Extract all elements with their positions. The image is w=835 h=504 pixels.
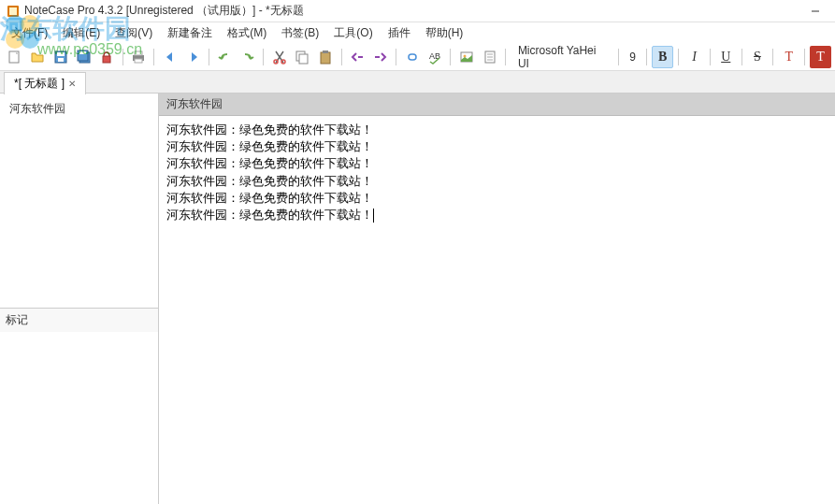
separator [618, 49, 619, 65]
undo-button[interactable] [214, 46, 236, 68]
note-line: 河东软件园：绿色免费的软件下载站！ [166, 138, 828, 155]
svg-rect-14 [103, 56, 110, 63]
menu-newnote[interactable]: 新建备注 [160, 23, 220, 43]
svg-rect-22 [321, 52, 330, 64]
italic-button[interactable]: I [684, 46, 705, 68]
main-panel: 河东软件园 河东软件园：绿色免费的软件下载站！ 河东软件园：绿色免费的软件下载站… [159, 94, 835, 504]
print-button[interactable] [128, 46, 150, 68]
svg-rect-16 [135, 51, 142, 55]
separator [263, 49, 264, 65]
link-button[interactable] [401, 46, 423, 68]
font-size-selector[interactable]: 9 [624, 49, 642, 65]
toolbar: AB Microsoft YaHei UI 9 B I U S T T [0, 43, 835, 71]
menubar: 文件(F) 编辑(E) 查阅(V) 新建备注 格式(M) 书签(B) 工具(O)… [0, 22, 835, 43]
note-line: 河东软件园：绿色免费的软件下载站！ [166, 190, 828, 207]
tabbar: *[ 无标题 ] ✕ [0, 71, 835, 94]
separator [450, 49, 451, 65]
note-title: 河东软件园 [159, 94, 835, 116]
sidebar: 河东软件园 标记 [0, 94, 159, 504]
window-title: NoteCase Pro 4.3.2 [Unregistered （试用版）] … [24, 3, 801, 19]
note-line: 河东软件园：绿色免费的软件下载站！ [166, 173, 828, 190]
save-button[interactable] [50, 46, 72, 68]
titlebar: NoteCase Pro 4.3.2 [Unregistered （试用版）] … [0, 0, 835, 22]
text-cursor [373, 209, 374, 223]
tab-label: *[ 无标题 ] [14, 76, 65, 92]
separator [122, 49, 123, 65]
attach-button[interactable] [479, 46, 500, 68]
strike-button[interactable]: S [747, 46, 769, 68]
separator [209, 49, 209, 65]
menu-edit[interactable]: 编辑(E) [55, 23, 108, 43]
tree-item[interactable]: 河东软件园 [6, 99, 152, 119]
content-area: 河东软件园 标记 河东软件园 河东软件园：绿色免费的软件下载站！ 河东软件园：绿… [0, 94, 835, 504]
separator [741, 49, 742, 65]
spellcheck-button[interactable]: AB [425, 46, 446, 68]
separator [341, 49, 342, 65]
note-line-last: 河东软件园：绿色免费的软件下载站！ [166, 207, 828, 223]
minimize-button[interactable] [801, 2, 829, 21]
highlight-button[interactable]: T [810, 46, 831, 68]
menu-view[interactable]: 查阅(V) [108, 23, 160, 43]
menu-plugins[interactable]: 插件 [381, 23, 418, 43]
svg-rect-9 [57, 52, 65, 56]
svg-rect-10 [58, 58, 64, 62]
menu-bookmark[interactable]: 书签(B) [274, 23, 326, 43]
note-line: 河东软件园：绿色免费的软件下载站！ [166, 122, 828, 138]
indent-button[interactable] [369, 46, 391, 68]
svg-rect-17 [135, 59, 142, 63]
tags-header: 标记 [0, 309, 158, 332]
font-name-selector[interactable]: Microsoft YaHei UI [511, 42, 613, 72]
document-tab[interactable]: *[ 无标题 ] ✕ [4, 72, 86, 94]
menu-help[interactable]: 帮助(H) [418, 23, 471, 43]
cut-button[interactable] [268, 46, 290, 68]
svg-rect-5 [9, 7, 17, 15]
forward-button[interactable] [182, 46, 204, 68]
underline-button[interactable]: U [715, 46, 737, 68]
separator [505, 49, 506, 65]
menu-tools[interactable]: 工具(O) [326, 23, 380, 43]
bold-button[interactable]: B [652, 46, 673, 68]
back-button[interactable] [159, 46, 180, 68]
tab-close-button[interactable]: ✕ [68, 79, 76, 89]
separator [396, 49, 396, 65]
note-line: 河东软件园：绿色免费的软件下载站！ [166, 155, 828, 172]
new-doc-button[interactable] [4, 46, 25, 68]
svg-rect-21 [299, 54, 308, 64]
separator [772, 49, 773, 65]
redo-button[interactable] [238, 46, 259, 68]
separator [710, 49, 711, 65]
note-editor[interactable]: 河东软件园：绿色免费的软件下载站！ 河东软件园：绿色免费的软件下载站！ 河东软件… [159, 116, 835, 504]
tags-panel: 标记 [0, 308, 158, 504]
outdent-button[interactable] [347, 46, 368, 68]
svg-rect-23 [323, 50, 328, 53]
paste-button[interactable] [315, 46, 337, 68]
separator [678, 49, 679, 65]
separator [646, 49, 647, 65]
lock-button[interactable] [96, 46, 118, 68]
svg-rect-13 [79, 51, 86, 54]
save-all-button[interactable] [73, 46, 94, 68]
tree-panel[interactable]: 河东软件园 [0, 94, 158, 308]
separator [804, 49, 805, 65]
textcolor-button[interactable]: T [778, 46, 799, 68]
separator [153, 49, 154, 65]
copy-button[interactable] [292, 46, 313, 68]
image-button[interactable] [455, 46, 477, 68]
open-button[interactable] [27, 46, 49, 68]
app-icon [6, 4, 21, 19]
menu-format[interactable]: 格式(M) [220, 23, 274, 43]
menu-file[interactable]: 文件(F) [4, 23, 55, 43]
